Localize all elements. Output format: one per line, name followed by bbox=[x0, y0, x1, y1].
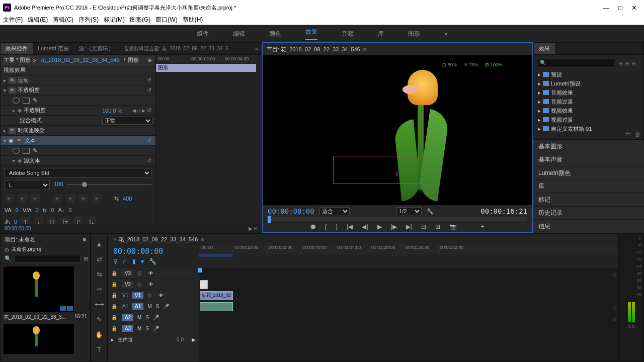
play-icon[interactable]: ▶ bbox=[377, 223, 382, 230]
panel-essential-sound[interactable]: 基本声音 bbox=[533, 153, 644, 167]
step-fwd-icon[interactable]: |▶ bbox=[391, 223, 397, 230]
fx-node-video-tr[interactable]: ▸视频过渡 bbox=[536, 115, 641, 124]
align-center-icon[interactable]: ≡ bbox=[18, 194, 27, 203]
track-v2[interactable]: 🔒V2⊡👁 bbox=[108, 279, 199, 290]
in-icon[interactable]: { bbox=[325, 223, 327, 230]
reset-icon[interactable]: ↺ bbox=[145, 87, 152, 94]
superscript-icon[interactable]: T¹ bbox=[73, 217, 83, 224]
source-text-row[interactable]: ▾◈源文本↺ bbox=[1, 156, 155, 166]
tab-source[interactable]: 源:（无剪辑） bbox=[74, 43, 119, 54]
razor-tool-icon[interactable]: ✂ bbox=[94, 284, 104, 294]
mini-clip[interactable]: 图形 bbox=[156, 64, 256, 72]
panel-lumetri-color[interactable]: Lumetri颜色 bbox=[533, 166, 644, 180]
video-clip[interactable]: fx 花_2018_02 bbox=[200, 291, 233, 300]
kerning-value[interactable]: 0 bbox=[36, 207, 39, 213]
pen-mask-icon[interactable]: ✎ bbox=[33, 97, 37, 104]
menu-sequence[interactable]: 序列(S) bbox=[78, 16, 99, 24]
reset-icon[interactable]: ↺ bbox=[145, 77, 152, 83]
fx-node-audio-tr[interactable]: ▸音频过渡 bbox=[536, 97, 641, 106]
goto-out-icon[interactable]: ▶| bbox=[406, 223, 412, 230]
fx-node-lumetri[interactable]: ▸Lumetri预设 bbox=[536, 79, 641, 88]
pen-mask-icon[interactable]: ✎ bbox=[33, 147, 37, 154]
step-back-icon[interactable]: ◀| bbox=[362, 223, 368, 230]
goto-in-icon[interactable]: |◀ bbox=[347, 223, 353, 230]
bold-icon[interactable]: T bbox=[21, 217, 30, 224]
track-a2[interactable]: 🔒A2MS🎤 bbox=[108, 312, 199, 323]
va-value[interactable]: 0 bbox=[16, 207, 19, 213]
fx-badge-icon[interactable]: ⊞ bbox=[631, 60, 636, 67]
effect-mini-timeline[interactable]: 00:00 00:00:02:00 00:00:04:00 图形 bbox=[155, 55, 256, 224]
fx-text[interactable]: ▾◉fx文本↺ bbox=[1, 136, 155, 146]
fx-badge-icon[interactable]: ⊞ bbox=[625, 60, 629, 67]
play-icon[interactable]: ▶ bbox=[148, 57, 152, 63]
menu-edit[interactable]: 编辑(E) bbox=[28, 16, 48, 24]
track-master[interactable]: ▸主声道0.0▶ bbox=[108, 334, 199, 345]
timeline-lanes[interactable]: fx 花_2018_02 ◇ ◇ ◇ bbox=[199, 268, 618, 361]
keyframe-diamond-icon[interactable]: ◇ bbox=[612, 304, 616, 311]
marker-icon[interactable]: ⬣ bbox=[310, 223, 315, 230]
add-button-icon[interactable]: + bbox=[481, 223, 485, 230]
panel-markers[interactable]: 标记 bbox=[533, 193, 644, 207]
delete-icon[interactable]: 🗑 bbox=[635, 131, 640, 137]
leading-value[interactable]: 0 bbox=[51, 207, 54, 213]
fx-badge-icon[interactable]: ⊞ bbox=[618, 60, 623, 67]
font-size-value[interactable]: 100 bbox=[54, 181, 63, 189]
subscript-icon[interactable]: T₁ bbox=[87, 217, 96, 224]
timeline-tc[interactable]: 00:00:00:00 bbox=[108, 245, 199, 258]
text-bounding-box[interactable] bbox=[333, 156, 424, 184]
hand-tool-icon[interactable]: ✋ bbox=[94, 329, 104, 339]
new-bin-icon[interactable]: 🗀 bbox=[625, 131, 631, 137]
tab-lumetri-scopes[interactable]: Lumetri 范围 bbox=[33, 43, 74, 54]
maximize-button[interactable]: □ bbox=[618, 4, 622, 12]
keyframe-diamond-icon[interactable]: ◇ bbox=[612, 315, 616, 322]
monitor-canvas[interactable]: ⊡ 50% ✕ 75% ⊞ 100% I bbox=[263, 55, 532, 205]
valign-mid-icon[interactable]: ≡ bbox=[66, 194, 75, 203]
ws-graphics[interactable]: 图形 bbox=[408, 30, 420, 38]
menu-clip[interactable]: 剪辑(C) bbox=[53, 16, 73, 24]
type-tool-icon[interactable]: T bbox=[94, 344, 104, 354]
lift-icon[interactable]: ⊟ bbox=[421, 223, 426, 230]
smallcaps-icon[interactable]: Tᴛ bbox=[60, 217, 69, 224]
valign-bot-icon[interactable]: ≡ bbox=[79, 194, 88, 203]
minimize-button[interactable]: — bbox=[603, 4, 609, 12]
fx-opacity[interactable]: ▾fx不透明度↺ bbox=[1, 85, 155, 96]
justify-icon[interactable]: ≡ bbox=[92, 194, 101, 203]
selection-tool-icon[interactable]: ▲ bbox=[94, 239, 104, 249]
monitor-menu-icon[interactable]: ≡ bbox=[363, 46, 366, 52]
monitor-tc-left[interactable]: 00:00:00:00 bbox=[268, 207, 314, 215]
tab-effect-controls[interactable]: 效果控件 bbox=[1, 43, 33, 54]
solo-icon[interactable]: S S bbox=[621, 324, 641, 329]
menu-file[interactable]: 文件(F) bbox=[3, 16, 23, 24]
panel-history[interactable]: 历史记录 bbox=[533, 207, 644, 220]
fx-timeremap[interactable]: ▸fx时间重映射 bbox=[1, 126, 155, 136]
marker-icon[interactable]: ▮ bbox=[132, 258, 136, 265]
close-button[interactable]: ✕ bbox=[631, 4, 637, 12]
baseline-value[interactable]: 0 bbox=[68, 207, 71, 213]
zoom-select[interactable]: 1/2 bbox=[396, 207, 422, 215]
ws-library[interactable]: 库 bbox=[378, 30, 384, 38]
rect-mask-icon[interactable] bbox=[23, 98, 30, 104]
track-v1[interactable]: 🔒V1V1⊡👁 bbox=[108, 290, 199, 301]
settings-icon[interactable]: 🔧 bbox=[149, 258, 156, 265]
clip-link[interactable]: 花_2018_02_09_22_33_34_546 bbox=[40, 56, 120, 64]
reset-icon[interactable]: ↺ bbox=[145, 107, 152, 114]
graphics-clip[interactable] bbox=[200, 280, 208, 289]
panel-essential-graphics[interactable]: 基本图形 bbox=[533, 140, 644, 153]
panel-menu-icon[interactable]: ≡ bbox=[634, 46, 643, 52]
ellipse-mask-icon[interactable] bbox=[13, 98, 20, 104]
snap-icon[interactable]: ⚲ bbox=[113, 258, 118, 265]
pen-tool-icon[interactable]: ✎ bbox=[94, 314, 104, 324]
ws-overflow-icon[interactable]: » bbox=[444, 30, 448, 37]
timeline-ruler[interactable]: :00:0000:00:16:0000:00:32:0000:00:48:000… bbox=[199, 245, 618, 254]
ws-audio[interactable]: 音频 bbox=[342, 30, 354, 38]
fx-motion[interactable]: ▸fx运动↺ bbox=[1, 75, 155, 85]
fx-node-presets[interactable]: ▸预设 bbox=[536, 70, 641, 79]
ripple-tool-icon[interactable]: ⇆ bbox=[94, 269, 104, 279]
extract-icon[interactable]: ⊞ bbox=[435, 223, 440, 230]
menu-help[interactable]: 帮助(H) bbox=[183, 16, 203, 24]
blend-select[interactable]: 正常 bbox=[102, 117, 152, 125]
menu-graphics[interactable]: 图形(G) bbox=[130, 16, 150, 24]
allcaps-icon[interactable]: TT bbox=[47, 217, 56, 224]
fx-node-audio-fx[interactable]: ▸音频效果 bbox=[536, 88, 641, 97]
ellipse-mask-icon[interactable] bbox=[13, 148, 20, 154]
